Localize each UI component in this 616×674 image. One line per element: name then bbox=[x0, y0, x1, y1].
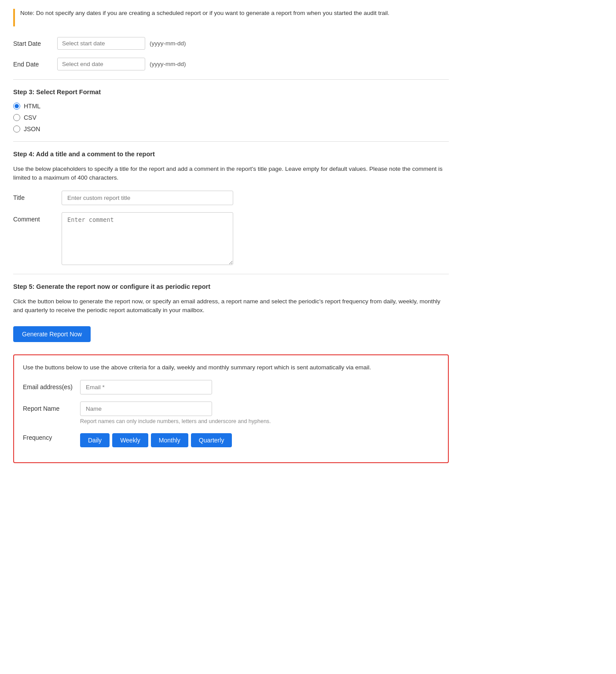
freq-weekly-button[interactable]: Weekly bbox=[112, 433, 148, 447]
email-field-label: Email address(es) bbox=[23, 380, 80, 390]
end-date-input[interactable] bbox=[57, 58, 145, 70]
note-bar bbox=[13, 9, 15, 26]
step3-section: Step 3: Select Report Format HTML CSV JS… bbox=[13, 88, 449, 133]
start-date-row: Start Date (yyyy-mm-dd) bbox=[13, 37, 449, 50]
format-json-radio[interactable] bbox=[13, 125, 20, 133]
report-name-field-label: Report Name bbox=[23, 401, 80, 412]
start-date-input[interactable] bbox=[57, 37, 145, 50]
title-field-label: Title bbox=[13, 191, 62, 201]
comment-field-label: Comment bbox=[13, 212, 62, 223]
freq-monthly-button[interactable]: Monthly bbox=[151, 433, 188, 447]
start-date-label: Start Date bbox=[13, 40, 57, 47]
format-html-row: HTML bbox=[13, 103, 449, 110]
email-input[interactable] bbox=[80, 380, 212, 394]
date-section: Start Date (yyyy-mm-dd) End Date (yyyy-m… bbox=[13, 37, 449, 70]
periodic-desc: Use the buttons below to use the above c… bbox=[23, 363, 439, 372]
divider-3 bbox=[13, 274, 449, 274]
freq-daily-button[interactable]: Daily bbox=[80, 433, 110, 447]
step5-title: Step 5: Generate the report now or confi… bbox=[13, 283, 449, 290]
step5-section: Step 5: Generate the report now or confi… bbox=[13, 283, 449, 464]
comment-textarea[interactable] bbox=[62, 212, 233, 265]
divider-1 bbox=[13, 79, 449, 80]
step5-description: Click the button below to generate the r… bbox=[13, 297, 449, 315]
step3-title: Step 3: Select Report Format bbox=[13, 88, 449, 96]
end-date-row: End Date (yyyy-mm-dd) bbox=[13, 58, 449, 70]
report-name-hint: Report names can only include numbers, l… bbox=[80, 418, 271, 424]
end-date-label: End Date bbox=[13, 61, 57, 68]
freq-quarterly-button[interactable]: Quarterly bbox=[191, 433, 232, 447]
step4-description: Use the below placeholders to specify a … bbox=[13, 165, 449, 183]
generate-report-button[interactable]: Generate Report Now bbox=[13, 326, 91, 342]
frequency-field-row: Frequency Daily Weekly Monthly Quarterly bbox=[23, 431, 439, 447]
step4-title: Step 4: Add a title and a comment to the… bbox=[13, 151, 449, 158]
periodic-box: Use the buttons below to use the above c… bbox=[13, 354, 449, 463]
format-json-label: JSON bbox=[24, 125, 40, 133]
comment-field-row: Comment bbox=[13, 212, 449, 265]
step4-section: Step 4: Add a title and a comment to the… bbox=[13, 151, 449, 265]
title-field-row: Title bbox=[13, 191, 449, 205]
note-block: Note: Do not specify any dates if you ar… bbox=[13, 9, 449, 26]
report-name-field-row: Report Name Report names can only includ… bbox=[23, 401, 439, 424]
start-date-format: (yyyy-mm-dd) bbox=[150, 40, 186, 47]
report-name-field-group: Report names can only include numbers, l… bbox=[80, 401, 271, 424]
report-name-input[interactable] bbox=[80, 401, 212, 416]
format-csv-label: CSV bbox=[24, 114, 37, 121]
format-json-row: JSON bbox=[13, 125, 449, 133]
format-html-radio[interactable] bbox=[13, 103, 20, 110]
format-csv-row: CSV bbox=[13, 114, 449, 121]
email-field-row: Email address(es) bbox=[23, 380, 439, 394]
title-input[interactable] bbox=[62, 191, 233, 205]
format-csv-radio[interactable] bbox=[13, 114, 20, 121]
end-date-format: (yyyy-mm-dd) bbox=[150, 61, 186, 67]
note-text: Note: Do not specify any dates if you ar… bbox=[20, 9, 389, 18]
frequency-buttons: Daily Weekly Monthly Quarterly bbox=[80, 433, 232, 447]
frequency-field-label: Frequency bbox=[23, 431, 80, 441]
format-html-label: HTML bbox=[24, 103, 40, 110]
divider-2 bbox=[13, 141, 449, 142]
